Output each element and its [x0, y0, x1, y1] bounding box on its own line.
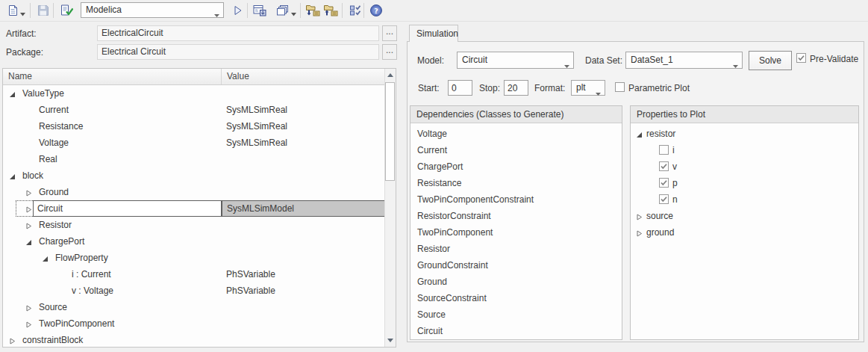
column-header-value[interactable]: Value: [222, 69, 385, 84]
tree-row[interactable]: v : VoltagePhSVariable: [3, 282, 385, 299]
expand-arrow-icon[interactable]: [9, 336, 16, 344]
configure-options-button[interactable]: [346, 1, 365, 21]
tree-row[interactable]: ResistanceSysMLSimReal: [3, 118, 385, 135]
toolbar-separator: [363, 3, 364, 18]
start-input[interactable]: [448, 80, 472, 96]
dependency-item[interactable]: ResistorConstraint: [410, 208, 622, 224]
validate-button[interactable]: [57, 1, 76, 21]
generate-button[interactable]: [250, 1, 269, 21]
dependency-item[interactable]: SourceConstraint: [410, 290, 622, 306]
toolbar-separator: [53, 3, 54, 18]
tree-row[interactable]: Real: [3, 151, 385, 167]
expand-arrow-icon[interactable]: [636, 229, 643, 236]
column-header-name[interactable]: Name: [3, 69, 222, 84]
dependency-item[interactable]: Circuit: [410, 323, 622, 339]
solve-button[interactable]: Solve: [749, 51, 792, 70]
tree-row[interactable]: CircuitSysMLSimModel: [3, 200, 385, 217]
dependency-item[interactable]: Voltage: [410, 126, 622, 142]
expand-arrow-icon[interactable]: [636, 212, 643, 220]
start-label: Start:: [418, 83, 440, 93]
tree-row[interactable]: ValueType: [3, 85, 385, 102]
help-button[interactable]: ?: [366, 1, 386, 21]
scrollbar-thumb[interactable]: [385, 82, 395, 181]
tree-row[interactable]: VoltageSysMLSimReal: [3, 135, 385, 151]
generate-code-icon: [253, 4, 266, 19]
tree-row[interactable]: Resistor: [3, 217, 385, 233]
plot-tree-row[interactable]: p: [631, 175, 858, 191]
copy-button[interactable]: [273, 1, 293, 21]
dependencies-header: Dependencies (Classes to Generate): [410, 106, 622, 123]
tree-row[interactable]: block: [3, 167, 385, 184]
save-button[interactable]: [34, 1, 53, 21]
pre-validate-checkbox[interactable]: [796, 53, 806, 63]
run-button[interactable]: [228, 1, 248, 21]
plot-tree-row[interactable]: n: [631, 191, 858, 208]
copy-caret-icon[interactable]: [291, 8, 296, 19]
modelica-simulation-window: Modelica ? Artifact: ElectricalCir: [0, 0, 868, 352]
parametric-plot-checkbox[interactable]: [615, 82, 625, 92]
expand-arrow-icon[interactable]: [25, 188, 33, 196]
package-browse-button[interactable]: ...: [382, 44, 397, 60]
expand-arrow-icon[interactable]: [25, 320, 33, 327]
dependency-item[interactable]: Resistor: [410, 241, 622, 257]
tree-row[interactable]: Ground: [3, 184, 385, 200]
tree-row[interactable]: constraintBlock: [3, 332, 385, 347]
collapse-arrow-icon[interactable]: [9, 90, 16, 97]
model-tree-table: Name Value ValueTypeCurrentSysMLSimRealR…: [2, 68, 396, 348]
plot-property-checkbox[interactable]: [659, 145, 669, 157]
plot-node-label: n: [672, 191, 678, 208]
plot-tree-row[interactable]: resistor: [631, 126, 858, 142]
tree-row[interactable]: CurrentSysMLSimReal: [3, 102, 385, 118]
package-field[interactable]: Electrical Circuit: [97, 44, 379, 60]
scroll-down-button[interactable]: [385, 334, 396, 347]
tree-row[interactable]: FlowProperty: [3, 250, 385, 266]
copy-layers-icon: [277, 4, 289, 19]
dependency-item[interactable]: Source: [410, 306, 622, 323]
dependency-item[interactable]: Ground: [410, 274, 622, 290]
new-document-caret-icon[interactable]: [20, 8, 25, 19]
dependency-item[interactable]: TwoPinComponent: [410, 224, 622, 241]
tree-cell-name: i : Current: [72, 266, 111, 282]
plot-property-checkbox[interactable]: [659, 178, 669, 190]
plot-tree-row[interactable]: source: [631, 208, 858, 224]
dependency-item[interactable]: Resistance: [410, 175, 622, 191]
model-combobox[interactable]: Circuit: [457, 52, 574, 69]
tree-row[interactable]: i : CurrentPhSVariable: [3, 266, 385, 282]
tree-row[interactable]: TwoPinComponent: [3, 315, 385, 332]
plot-tree-row[interactable]: v: [631, 158, 858, 175]
expand-arrow-icon[interactable]: [25, 303, 33, 311]
tree-cell-value: SysMLSimReal: [226, 102, 287, 118]
dependency-item[interactable]: Current: [410, 142, 622, 158]
tree-row[interactable]: Source: [3, 299, 385, 315]
artifact-browse-button[interactable]: ...: [382, 25, 397, 41]
chevron-down-icon: [733, 60, 738, 70]
collapse-arrow-icon[interactable]: [636, 130, 643, 138]
stop-input[interactable]: [504, 80, 528, 96]
dependency-item[interactable]: GroundConstraint: [410, 257, 622, 274]
plot-property-checkbox[interactable]: [659, 194, 669, 206]
collapse-arrow-icon[interactable]: [25, 238, 33, 245]
tree-row[interactable]: ChargePort: [3, 233, 385, 250]
artifact-label: Artifact:: [6, 28, 37, 39]
collapse-arrow-icon[interactable]: [9, 172, 16, 179]
tab-simulation[interactable]: Simulation: [409, 25, 458, 42]
dependencies-list: VoltageCurrentChargePortResistanceTwoPin…: [410, 123, 622, 339]
profile-combobox[interactable]: Modelica: [81, 2, 224, 18]
expand-arrow-icon[interactable]: [25, 221, 33, 229]
plot-tree-row[interactable]: ground: [631, 224, 858, 241]
vertical-scrollbar[interactable]: [384, 69, 396, 347]
plot-tree-row[interactable]: i: [631, 142, 858, 158]
scroll-up-button[interactable]: [385, 69, 396, 81]
dependency-item[interactable]: ChargePort: [410, 158, 622, 175]
dependency-item[interactable]: TwoPinComponentConstraint: [410, 191, 622, 208]
checklist-icon: [349, 4, 361, 19]
plot-property-checkbox[interactable]: [659, 161, 669, 173]
tree-cell-value: PhSVariable: [226, 266, 275, 282]
data-set-combobox[interactable]: DataSet_1: [625, 52, 743, 69]
format-combobox[interactable]: plt: [571, 80, 605, 96]
artifact-field[interactable]: ElectricalCircuit: [97, 25, 379, 41]
import-to-tree-button[interactable]: [303, 1, 322, 21]
collapse-arrow-icon[interactable]: [42, 254, 49, 262]
pre-validate-label: Pre-Validate: [810, 54, 858, 64]
export-from-tree-button[interactable]: [321, 1, 340, 21]
